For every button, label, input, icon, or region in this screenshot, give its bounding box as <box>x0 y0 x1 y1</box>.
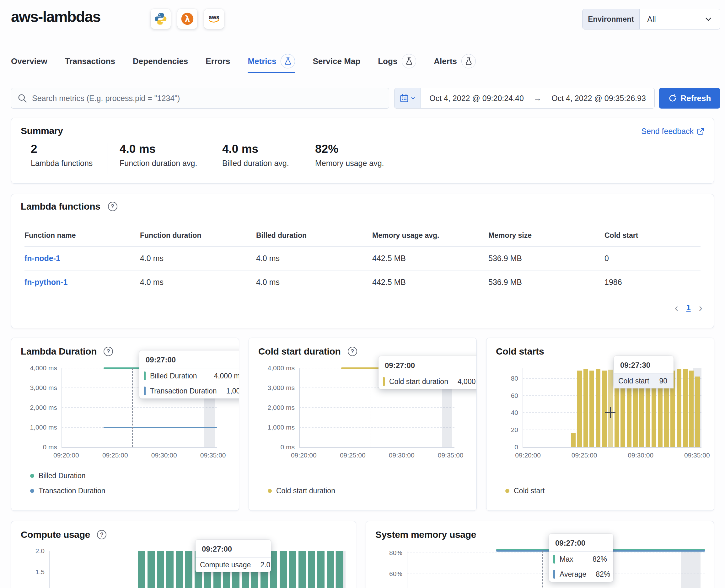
tooltip-row: Max82% <box>549 552 613 567</box>
calendar-button[interactable] <box>394 88 421 108</box>
legend-dot <box>30 489 34 493</box>
column-header[interactable]: Function duration <box>140 231 256 246</box>
tab-label: Errors <box>206 57 230 66</box>
tooltip-value: 82% <box>596 570 610 579</box>
tab-metrics[interactable]: Metrics <box>248 49 295 73</box>
stat-value: 2 <box>31 143 92 155</box>
function-name-link[interactable]: fn-node-1 <box>24 254 140 263</box>
next-page-button[interactable]: › <box>699 302 702 313</box>
tooltip-time: 09:27:00 <box>378 356 477 374</box>
y-axis-tick-label: 20 <box>486 426 518 434</box>
legend-dot <box>268 489 272 493</box>
refresh-icon <box>668 94 677 103</box>
column-header[interactable]: Memory size <box>488 231 604 246</box>
x-axis-tick-label: 09:25:00 <box>102 451 128 459</box>
tooltip-time: 09:27:00 <box>195 540 271 558</box>
summary-stat: 82%Memory usage avg. <box>315 143 384 168</box>
summary-stat: 4.0 msBilled duration avg. <box>222 143 289 168</box>
chart-plot[interactable]: 80%60%40% <box>366 521 714 588</box>
chart-tooltip: 09:27:00Compute usage2.0 <box>195 540 271 572</box>
tab-errors[interactable]: Errors <box>206 49 230 73</box>
tab-label: Transactions <box>65 57 115 66</box>
table-row: fn-python-14.0 ms4.0 ms442.5 MB536.9 MB1… <box>24 270 701 294</box>
chevron-down-icon <box>411 96 416 101</box>
tooltip-row: Compute usage2.0 <box>195 558 271 572</box>
refresh-button[interactable]: Refresh <box>659 88 720 109</box>
tab-alerts[interactable]: Alerts <box>434 49 476 73</box>
search-metrics-input[interactable] <box>32 94 382 103</box>
stat-label: Billed duration avg. <box>222 159 289 168</box>
system-memory-usage-chart-card: System memory usage80%60%40%09:27:00Max8… <box>366 521 714 588</box>
stat-value: 82% <box>315 143 384 155</box>
x-axis-tick-label: 09:20:00 <box>515 451 541 459</box>
bar <box>571 433 576 447</box>
tooltip-value: 2.0 <box>260 561 270 569</box>
y-axis-tick-label: 80 <box>486 375 518 382</box>
help-icon[interactable]: ? <box>108 202 117 211</box>
legend-dot <box>505 489 510 493</box>
prev-page-button[interactable]: ‹ <box>675 302 678 313</box>
send-feedback-link[interactable]: Send feedback <box>641 127 704 136</box>
tooltip-row: Billed Duration4,000 ms <box>139 369 239 383</box>
stat-divider <box>108 143 108 174</box>
x-axis-line <box>299 447 454 448</box>
legend-item[interactable]: Billed Duration <box>30 471 86 480</box>
gridline <box>299 427 454 428</box>
date-start[interactable]: Oct 4, 2022 @ 09:20:24.40 <box>421 94 532 103</box>
bar <box>138 551 145 588</box>
column-header[interactable]: Function name <box>24 231 140 246</box>
tooltip-time: 09:27:30 <box>614 356 674 374</box>
chart-tooltip: 09:27:00Billed Duration4,000 msTransacti… <box>139 351 239 398</box>
bar <box>596 369 600 447</box>
column-header[interactable]: Memory usage avg. <box>372 231 488 246</box>
table-cell: 536.9 MB <box>488 254 604 263</box>
tab-overview[interactable]: Overview <box>11 49 47 73</box>
date-end[interactable]: Oct 4, 2022 @ 09:35:26.93 <box>543 94 655 103</box>
table-cell: 442.5 MB <box>372 278 488 287</box>
crosshair-line <box>542 551 543 588</box>
column-header[interactable]: Cold start <box>604 231 701 246</box>
page-number[interactable]: 1 <box>686 303 691 312</box>
bar <box>147 551 155 588</box>
y-axis-line <box>49 551 49 588</box>
x-axis-tick-label: 09:35:00 <box>684 451 710 459</box>
legend-label: Transaction Duration <box>39 487 105 495</box>
summary-stat: 2Lambda functions <box>31 143 92 168</box>
gridline <box>299 407 454 408</box>
beaker-icon[interactable] <box>461 54 476 68</box>
tooltip-label: Transaction Duration <box>150 387 226 395</box>
chart-tooltip: 09:27:00Max82%Average82% <box>549 534 613 582</box>
crosshair-line <box>370 368 370 447</box>
beaker-icon[interactable] <box>281 54 295 68</box>
tab-service-map[interactable]: Service Map <box>313 49 360 73</box>
legend-item[interactable]: Transaction Duration <box>30 487 105 495</box>
legend-label: Cold start <box>514 487 544 495</box>
bar <box>689 371 693 447</box>
bar <box>695 377 700 447</box>
chart-plot[interactable]: 2.01.51.0 <box>11 521 356 588</box>
environment-select[interactable]: Environment All <box>582 9 720 29</box>
chart-plot[interactable]: 02040608009:20:0009:25:0009:30:0009:35:0… <box>486 338 714 510</box>
stat-label: Lambda functions <box>31 159 92 168</box>
bar <box>185 551 192 588</box>
tab-transactions[interactable]: Transactions <box>65 49 115 73</box>
table-cell: 0 <box>604 254 701 263</box>
tab-logs[interactable]: Logs <box>378 49 416 73</box>
beaker-icon[interactable] <box>402 54 416 68</box>
legend-item[interactable]: Cold start duration <box>268 487 335 495</box>
cold-start-duration-chart-card: Cold start duration?0 ms1,000 ms2,000 ms… <box>249 338 477 511</box>
table-row: fn-node-14.0 ms4.0 ms442.5 MB536.9 MB0 <box>24 246 701 270</box>
lambda-duration-chart-card: Lambda Duration?0 ms1,000 ms2,000 ms3,00… <box>11 338 239 511</box>
tab-bar: OverviewTransactionsDependenciesErrorsMe… <box>0 49 725 73</box>
column-header[interactable]: Billed duration <box>256 231 372 246</box>
legend-item[interactable]: Cold start <box>505 487 544 495</box>
chart-tooltip: 09:27:30Cold start90 <box>614 356 674 388</box>
active-tab-underline <box>248 72 295 73</box>
y-axis-tick-label: 0 ms <box>19 443 57 451</box>
function-name-link[interactable]: fn-python-1 <box>24 278 140 287</box>
tab-dependencies[interactable]: Dependencies <box>133 49 188 73</box>
y-axis-line <box>62 368 62 447</box>
calendar-icon <box>400 94 409 103</box>
summary-title: Summary <box>21 126 63 136</box>
tab-label: Metrics <box>248 57 276 66</box>
